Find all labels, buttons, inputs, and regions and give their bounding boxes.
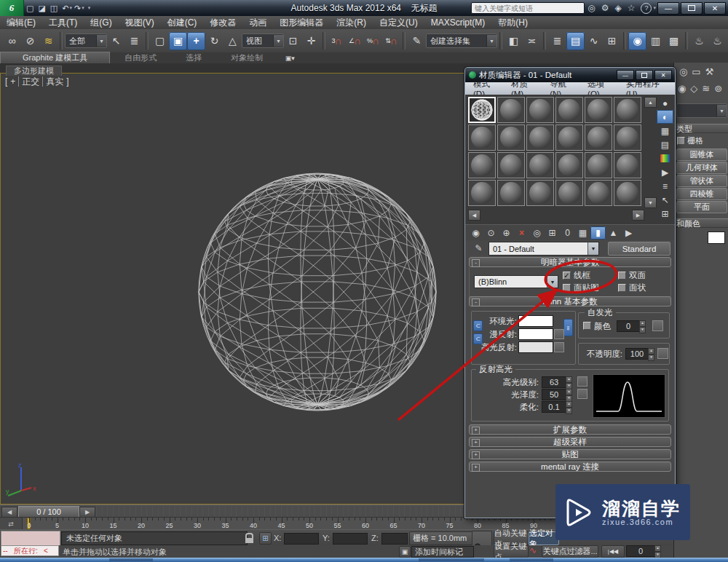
frame-spinner[interactable]: ▴▾	[654, 545, 661, 558]
maximize-button[interactable]	[681, 2, 703, 15]
specular-level-field[interactable]: 63	[542, 376, 566, 388]
sample-type-icon[interactable]: ●	[657, 96, 673, 110]
put-to-library-icon[interactable]: ⊞	[545, 226, 560, 240]
material-slot-21[interactable]	[555, 180, 583, 206]
material-slot-13[interactable]	[497, 152, 525, 178]
favorites-star-icon[interactable]: ☆	[628, 3, 636, 13]
macro-recorder-field[interactable]	[1, 531, 60, 546]
ribbon-more-icon[interactable]: ▣▾	[277, 53, 302, 63]
select-and-move-icon[interactable]: +	[187, 32, 205, 50]
time-slider-track[interactable]	[96, 506, 463, 517]
specular-map-button[interactable]	[554, 342, 564, 352]
opacity-map-button[interactable]	[657, 348, 668, 359]
menu-item-11[interactable]: 帮助(H)	[491, 16, 534, 29]
taskbar-item[interactable]	[419, 558, 484, 561]
material-slot-2[interactable]	[526, 97, 554, 123]
specular-level-map-button[interactable]	[577, 376, 587, 387]
menu-item-2[interactable]: 组(G)	[84, 16, 118, 29]
make-preview-icon[interactable]: ▶	[657, 165, 673, 179]
self-illum-color-checkbox[interactable]	[583, 322, 591, 330]
glossiness-spinner[interactable]: ▴▾	[566, 389, 572, 402]
rectangular-selection-region-icon[interactable]: ▢	[151, 32, 169, 50]
material-id-channel-icon[interactable]: 0	[560, 226, 575, 240]
reference-coordinate-dropdown[interactable]: 视图 ▼	[242, 33, 284, 48]
search-icon[interactable]: ◎	[587, 3, 595, 13]
select-and-link-icon[interactable]: ∞	[3, 32, 21, 50]
线框-checkbox[interactable]: ✓	[563, 272, 571, 280]
面贴图-checkbox[interactable]	[563, 284, 571, 292]
rollout-3[interactable]: +mental ray 连接	[469, 462, 671, 472]
面状-checkbox[interactable]	[618, 284, 626, 292]
y-coordinate-field[interactable]	[333, 533, 368, 545]
menu-item-4[interactable]: 创建(C)	[161, 16, 204, 29]
双面-checkbox[interactable]	[618, 272, 626, 280]
mirror-icon[interactable]: ◧	[505, 32, 523, 50]
specular-level-spinner[interactable]: ▴▾	[566, 376, 572, 389]
slots-scroll-right-icon[interactable]: ▶	[632, 210, 644, 221]
window-crossing-icon[interactable]: ▣	[169, 32, 187, 50]
tab-polygon-modeling[interactable]: 多边形建模	[6, 66, 62, 76]
minimize-button[interactable]: —	[657, 2, 679, 15]
material-slot-3[interactable]	[555, 97, 583, 123]
windows-taskbar[interactable]	[0, 558, 728, 562]
absolute-offset-toggle-icon[interactable]: ⊞	[259, 532, 272, 545]
render-iterative-icon[interactable]: ♨	[708, 32, 727, 50]
go-to-parent-icon[interactable]: ▲	[606, 226, 621, 240]
get-material-icon[interactable]: ◉	[468, 226, 483, 240]
select-and-manipulate-icon[interactable]: ✛	[302, 32, 320, 50]
help-icon[interactable]: ?	[641, 3, 652, 14]
ambient-color-swatch[interactable]	[518, 315, 553, 327]
add-time-tag[interactable]: 添加时间标记	[411, 546, 474, 558]
time-slider-next-icon[interactable]: ▶	[79, 507, 95, 518]
max-logo[interactable]: 6	[0, 0, 24, 16]
selected-filter-dropdown[interactable]: 选定对象	[529, 531, 559, 545]
material-slot-0[interactable]	[468, 97, 496, 123]
put-material-to-scene-icon[interactable]: ⊙	[483, 226, 499, 240]
ribbon-tab-1[interactable]: 自由形式	[110, 52, 171, 63]
self-illum-map-button[interactable]	[652, 320, 663, 331]
select-by-material-icon[interactable]: ↖	[657, 193, 673, 207]
material-slot-22[interactable]	[585, 180, 612, 206]
primitive-button-平面[interactable]: 平面	[676, 201, 727, 213]
edit-named-selection-icon[interactable]: ✎	[408, 32, 426, 50]
select-and-rotate-icon[interactable]: ↻	[205, 32, 223, 50]
open-mini-curve-editor-icon[interactable]: ⇄	[0, 518, 23, 530]
diffuse-map-button[interactable]	[554, 329, 564, 339]
shader-type-dropdown[interactable]: (B)Blinn ▼	[474, 275, 558, 288]
object-category-dropdown[interactable]: ▼	[676, 103, 727, 118]
blinn-basic-rollout-header[interactable]: - Blinn 基本参数	[469, 296, 671, 306]
primitive-button-四棱锥[interactable]: 四棱锥	[676, 188, 727, 200]
menu-item-8[interactable]: 渲染(R)	[330, 16, 373, 29]
undo-icon[interactable]: ↶	[62, 4, 68, 13]
material-slot-16[interactable]	[585, 152, 612, 178]
systems-category-icon[interactable]: ⊚	[714, 83, 722, 94]
new-file-icon[interactable]: ▢	[26, 4, 33, 13]
make-material-copy-icon[interactable]: ◎	[529, 226, 545, 240]
reset-map-icon[interactable]: ×	[514, 226, 529, 240]
close-button[interactable]: ✕	[704, 2, 726, 15]
redo-icon[interactable]: ↷	[74, 4, 81, 13]
options-icon[interactable]: ≡	[657, 179, 673, 193]
selection-lock-icon[interactable]	[245, 533, 253, 543]
layer-manager-icon[interactable]: ≣	[548, 32, 566, 50]
open-file-icon[interactable]: ◪	[38, 4, 45, 13]
material-slot-23[interactable]	[614, 180, 641, 206]
go-forward-to-sibling-icon[interactable]: ▶	[621, 226, 636, 240]
select-and-scale-icon[interactable]: △	[223, 32, 242, 50]
material-map-navigator-icon[interactable]: ⊞	[657, 207, 673, 221]
material-slot-14[interactable]	[526, 152, 554, 178]
current-frame-field[interactable]: 0	[626, 545, 655, 557]
set-key-button[interactable]: 设置关键点	[494, 545, 529, 558]
schematic-view-icon[interactable]: ⊞	[603, 32, 621, 50]
render-production-icon[interactable]: ♨	[690, 32, 708, 50]
self-illum-spinner[interactable]: ▴▾	[639, 320, 646, 333]
material-slot-17[interactable]	[614, 152, 641, 178]
menu-item-7[interactable]: 图形编辑器	[273, 16, 330, 29]
material-slot-6[interactable]	[468, 124, 496, 151]
undo-caret-icon[interactable]: ▾	[69, 5, 72, 11]
angle-snap-icon[interactable]: ∠∩	[346, 32, 364, 50]
bind-to-space-warp-icon[interactable]: ≋	[39, 32, 58, 50]
glossiness-field[interactable]: 50	[542, 389, 566, 400]
show-map-in-viewport-icon[interactable]: ▦	[575, 226, 590, 240]
rollout-2[interactable]: +贴图	[469, 449, 671, 459]
